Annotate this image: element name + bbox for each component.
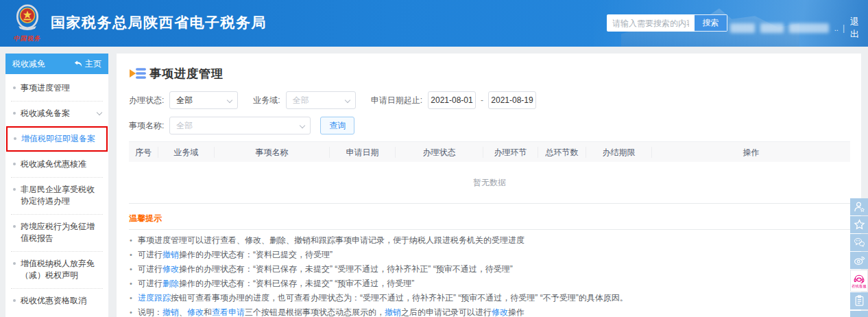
sidebar-item[interactable]: 跨境应税行为免征增值税报告 — [5, 214, 108, 251]
back-to-top-button[interactable] — [850, 311, 868, 317]
column-header: 申请日期 — [329, 147, 395, 158]
chevron-down-icon — [344, 97, 350, 103]
tip-text: 操作 — [508, 307, 525, 317]
tip-text: 可进行 — [138, 279, 162, 288]
records-button[interactable] — [850, 292, 868, 309]
date-range-separator: - — [481, 95, 483, 105]
query-button[interactable]: 查询 — [320, 117, 354, 134]
tip-text: 可进行 — [138, 250, 162, 259]
bullet-icon — [13, 112, 16, 115]
bullet-icon — [13, 86, 16, 89]
back-arrow-icon — [74, 60, 82, 67]
wechat-icon — [854, 237, 865, 248]
bullet-icon — [14, 137, 16, 140]
sidebar-item[interactable]: 增值税即征即退备案 — [6, 126, 108, 152]
sidebar-item[interactable]: 非居民企业享受税收协定待遇办理 — [5, 177, 108, 214]
date-range-label: 申请日期起止: — [371, 95, 422, 106]
bullet-icon — [13, 188, 16, 191]
domain-select[interactable]: 全部 — [286, 91, 356, 109]
clipboard-icon — [854, 295, 865, 307]
tip-text: 可进行 — [138, 264, 162, 274]
tips-title: 温馨提示 — [129, 213, 850, 224]
status-filter-label: 办理状态: — [129, 95, 164, 106]
weibo-button[interactable] — [850, 252, 868, 269]
home-link[interactable]: 主页 — [74, 58, 101, 70]
date-from-input[interactable]: 2021-08-01 — [428, 91, 476, 109]
main-panel: 事项进度管理 办理状态: 全部 业务域: 全部 申请日期起止: 2021-08-… — [117, 54, 861, 317]
tip-item: 说明：撤销、修改和查看申请三个按钮是根据事项状态动态展示的，撤销之后的申请记录可… — [129, 307, 850, 317]
date-to-input[interactable]: 2021-08-19 — [488, 91, 536, 109]
star-icon — [854, 219, 865, 231]
sidebar-item[interactable]: 税收减免优惠核准 — [5, 152, 108, 177]
tip-text: 、 — [179, 307, 187, 317]
username-ellipsis: .. — [834, 24, 839, 32]
column-header: 总环节数 — [538, 147, 586, 158]
sidebar-item[interactable]: 增值税纳税人放弃免（减）税权声明 — [5, 251, 108, 288]
tip-link[interactable]: 修改 — [187, 307, 204, 317]
floating-toolbar: 在线客服 — [850, 198, 868, 317]
domain-filter-label: 业务域: — [253, 95, 280, 106]
bullet-icon — [13, 225, 16, 228]
sidebar-item-label: 增值税纳税人放弃免（减）税权声明 — [21, 259, 95, 280]
user-area: .. | 退出 — [730, 16, 868, 40]
tip-link[interactable]: 查看申请 — [212, 307, 245, 317]
tax-bureau-logo: 中国税务 — [10, 3, 45, 43]
sidebar-item[interactable]: 税收减免备案 — [5, 101, 108, 126]
sidebar-item-label: 非居民企业享受税收协定待遇办理 — [21, 185, 95, 206]
filter-row-2: 事项名称: 全部 查询 — [129, 117, 850, 134]
site-title: 国家税务总局陕西省电子税务局 — [51, 13, 267, 32]
tip-item: 事项进度管理可以进行查看、修改、删除、撤销和跟踪事项申请记录，便于纳税人跟进税务… — [129, 235, 850, 246]
user-favorite-button[interactable] — [850, 198, 868, 215]
wechat-button[interactable] — [850, 234, 868, 251]
sidebar-item[interactable]: 事项进度管理 — [5, 75, 108, 101]
tip-item: 可进行撤销操作的办理状态有：“资料已提交，待受理” — [129, 250, 850, 260]
redacted-username-block — [760, 23, 784, 33]
matter-name-label: 事项名称: — [129, 120, 164, 132]
tip-link[interactable]: 撤销 — [385, 307, 401, 317]
search-button[interactable]: 搜索 — [695, 14, 727, 32]
search-group: 搜索 — [607, 14, 727, 32]
column-header: 办理环节 — [483, 147, 538, 158]
tip-link[interactable]: 修改 — [492, 307, 508, 317]
tip-link[interactable]: 修改 — [162, 264, 179, 274]
column-header: 操作 — [651, 147, 850, 158]
logout-link[interactable]: 退出 — [850, 16, 868, 40]
top-banner: 中国税务 国家税务总局陕西省电子税务局 搜索 .. | 退出 — [0, 0, 868, 47]
search-input[interactable] — [607, 14, 695, 32]
domain-select-value: 全部 — [293, 95, 309, 106]
column-header: 办结期限 — [586, 147, 651, 158]
status-select-value: 全部 — [176, 95, 193, 106]
page-title-row: 事项进度管理 — [129, 63, 850, 84]
online-service-button[interactable]: 在线客服 — [850, 270, 868, 292]
national-emblem-icon — [12, 3, 43, 34]
logo-caption: 中国税务 — [9, 34, 46, 43]
table-header-row: 序号业务域事项名称申请日期办理状态办理环节总环节数办结期限操作 — [129, 141, 850, 162]
column-header: 事项名称 — [214, 147, 329, 158]
tip-text: 之后的申请记录可以进行 — [401, 307, 492, 317]
tip-link[interactable]: 撤销 — [162, 307, 179, 317]
sidebar-title: 税收减免 — [12, 58, 45, 70]
sidebar-item-label: 税收优惠资格取消 — [21, 296, 86, 305]
tips-list: 事项进度管理可以进行查看、修改、删除、撤销和跟踪事项申请记录，便于纳税人跟进税务… — [129, 235, 850, 317]
matter-name-select-value: 全部 — [176, 120, 193, 132]
column-header: 办理状态 — [395, 147, 483, 158]
tip-link[interactable]: 撤销 — [162, 250, 179, 259]
sidebar-item-label: 事项进度管理 — [21, 83, 70, 93]
tip-link[interactable]: 进度跟踪 — [138, 293, 171, 303]
tip-link[interactable]: 删除 — [162, 279, 179, 288]
bullet-icon — [13, 262, 16, 265]
matter-name-select[interactable]: 全部 — [169, 117, 311, 134]
favorites-button[interactable] — [850, 216, 868, 233]
status-select[interactable]: 全部 — [169, 91, 238, 109]
tip-item: 进度跟踪按钮可查看事项办理的进度，也可查看办理状态为：“受理不通过，待补齐补正”… — [129, 293, 850, 303]
sidebar-item-label: 税收减免备案 — [21, 108, 70, 118]
sidebar-item[interactable]: 税收优惠资格取消 — [5, 288, 108, 314]
chevron-down-icon — [97, 110, 102, 115]
tip-item: 可进行删除操作的办理状态有：“资料已保存，未提交” “预审不通过，待受理” — [129, 279, 850, 289]
tip-text: 操作的办理状态有：“资料已保存，未提交” “受理不通过，待补齐补正” “预审不通… — [179, 264, 513, 274]
tip-text: 和 — [204, 307, 212, 317]
divider: | — [843, 23, 845, 33]
online-service-label: 在线客服 — [852, 284, 867, 287]
table-empty-state: 暂无数据 — [129, 162, 850, 203]
redacted-username-block — [789, 23, 829, 33]
